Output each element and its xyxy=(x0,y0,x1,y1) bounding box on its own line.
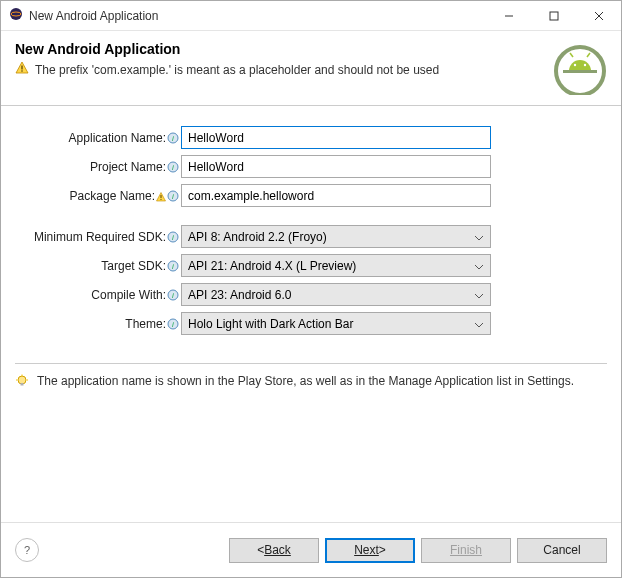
lightbulb-icon xyxy=(15,374,29,393)
compile-with-row: Compile With: i API 23: Android 6.0 xyxy=(11,283,611,306)
compile-with-label: Compile With: xyxy=(91,288,166,302)
min-sdk-label: Minimum Required SDK: xyxy=(34,230,166,244)
chevron-down-icon xyxy=(474,259,484,273)
info-icon[interactable]: i xyxy=(167,161,179,173)
theme-value: Holo Light with Dark Action Bar xyxy=(188,317,353,331)
svg-line-10 xyxy=(587,53,590,57)
compile-with-select[interactable]: API 23: Android 6.0 xyxy=(181,283,491,306)
compile-with-value: API 23: Android 6.0 xyxy=(188,288,291,302)
svg-point-7 xyxy=(21,70,23,72)
target-sdk-label: Target SDK: xyxy=(101,259,166,273)
info-icon[interactable]: i xyxy=(167,190,179,202)
info-icon[interactable]: i xyxy=(167,289,179,301)
theme-select[interactable]: Holo Light with Dark Action Bar xyxy=(181,312,491,335)
svg-point-11 xyxy=(574,64,576,66)
dialog-title: New Android Application xyxy=(15,41,553,57)
chevron-down-icon xyxy=(474,230,484,244)
svg-rect-31 xyxy=(21,383,24,386)
help-button[interactable]: ? xyxy=(15,538,39,562)
maximize-button[interactable] xyxy=(531,1,576,30)
theme-label: Theme: xyxy=(125,317,166,331)
svg-point-30 xyxy=(18,376,26,384)
min-sdk-value: API 8: Android 2.2 (Froyo) xyxy=(188,230,327,244)
warning-text: The prefix 'com.example.' is meant as a … xyxy=(35,63,439,77)
back-button[interactable]: < Back xyxy=(229,538,319,563)
svg-text:i: i xyxy=(172,320,174,329)
svg-point-12 xyxy=(584,64,586,66)
info-icon[interactable]: i xyxy=(167,260,179,272)
application-name-label: Application Name: xyxy=(69,131,166,145)
info-icon[interactable]: i xyxy=(167,231,179,243)
svg-point-0 xyxy=(10,8,22,20)
tip-divider xyxy=(15,363,607,364)
svg-text:i: i xyxy=(172,192,174,201)
close-button[interactable] xyxy=(576,1,621,30)
chevron-down-icon xyxy=(474,317,484,331)
minimize-button[interactable] xyxy=(486,1,531,30)
min-sdk-row: Minimum Required SDK: i API 8: Android 2… xyxy=(11,225,611,248)
application-name-row: Application Name: i xyxy=(11,126,611,149)
svg-text:i: i xyxy=(172,291,174,300)
svg-line-9 xyxy=(570,53,573,57)
svg-text:?: ? xyxy=(24,544,30,556)
min-sdk-select[interactable]: API 8: Android 2.2 (Froyo) xyxy=(181,225,491,248)
cancel-button[interactable]: Cancel xyxy=(517,538,607,563)
dialog-header: New Android Application The prefix 'com.… xyxy=(1,31,621,105)
form-area: Application Name: i Project Name: i Pack… xyxy=(1,106,621,351)
svg-text:i: i xyxy=(172,163,174,172)
svg-point-19 xyxy=(160,198,161,199)
window-title: New Android Application xyxy=(29,9,486,23)
tip-text: The application name is shown in the Pla… xyxy=(37,372,574,393)
next-button[interactable]: Next > xyxy=(325,538,415,563)
warning-icon xyxy=(156,191,166,201)
svg-rect-3 xyxy=(550,12,558,20)
info-icon[interactable]: i xyxy=(167,318,179,330)
project-name-label: Project Name: xyxy=(90,160,166,174)
warning-icon xyxy=(15,61,29,78)
project-name-row: Project Name: i xyxy=(11,155,611,178)
chevron-down-icon xyxy=(474,288,484,302)
tip-area: The application name is shown in the Pla… xyxy=(1,372,621,393)
eclipse-icon xyxy=(9,7,23,25)
svg-text:i: i xyxy=(172,262,174,271)
dialog-footer: ? < Back Next > Finish Cancel xyxy=(1,522,621,577)
info-icon[interactable]: i xyxy=(167,132,179,144)
android-logo-icon xyxy=(553,41,607,95)
application-name-input[interactable] xyxy=(181,126,491,149)
dialog-window: New Android Application New Android Appl… xyxy=(0,0,622,578)
target-sdk-value: API 21: Android 4.X (L Preview) xyxy=(188,259,356,273)
package-name-label: Package Name: xyxy=(70,189,155,203)
theme-row: Theme: i Holo Light with Dark Action Bar xyxy=(11,312,611,335)
target-sdk-row: Target SDK: i API 21: Android 4.X (L Pre… xyxy=(11,254,611,277)
svg-rect-13 xyxy=(563,70,597,73)
svg-text:i: i xyxy=(172,233,174,242)
project-name-input[interactable] xyxy=(181,155,491,178)
package-name-input[interactable] xyxy=(181,184,491,207)
finish-button: Finish xyxy=(421,538,511,563)
target-sdk-select[interactable]: API 21: Android 4.X (L Preview) xyxy=(181,254,491,277)
package-name-row: Package Name: i xyxy=(11,184,611,207)
svg-text:i: i xyxy=(172,134,174,143)
titlebar[interactable]: New Android Application xyxy=(1,1,621,31)
window-buttons xyxy=(486,1,621,30)
